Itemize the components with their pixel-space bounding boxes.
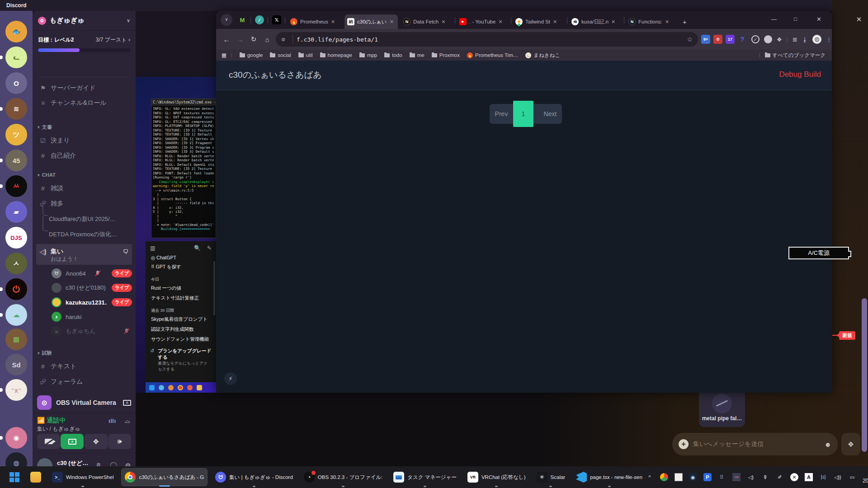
url-bar[interactable]: ⊜ f.c30.life/pages-beta/1 ☆ xyxy=(276,32,698,47)
user-info[interactable]: c30 (せど… 🐱 xyxy=(57,459,88,467)
category-chat[interactable]: ∨CHAT xyxy=(37,171,56,179)
conversation-item[interactable]: テキスト寸法計算修正 xyxy=(146,293,216,303)
start-button[interactable] xyxy=(6,468,23,486)
conversation-item[interactable]: サウンドフォント管理機能 xyxy=(146,334,216,344)
taskbar-chrome-active[interactable]: c30のふぁいるさあばあ - G xyxy=(121,468,208,486)
profile-avatar[interactable]: ◍ xyxy=(812,35,821,44)
thread-cloudflare[interactable]: Cloudflareの新UI 2025/… xyxy=(49,212,132,226)
server-header[interactable]: ✿ もぎゅぎゅ ∨ xyxy=(33,11,136,31)
taskbar-obs[interactable]: ◔ OBS 30.2.3 - プロファイル: xyxy=(301,468,386,486)
category-docs[interactable]: ∨文書 xyxy=(37,123,52,131)
upgrade-plan-item[interactable]: ↺ プランをアップグレードする 最適なモデルにもっとアクセスする xyxy=(146,344,216,376)
voice-member[interactable]: c30 (せど0180) ライブ xyxy=(52,281,132,295)
server-dropdown-chevron-icon[interactable]: ∨ xyxy=(127,18,130,23)
sticker-picker-button[interactable]: ❖ xyxy=(841,433,860,455)
bookmark-folder[interactable]: social xyxy=(270,52,291,58)
server-icon-dino[interactable]: ㅅ xyxy=(5,253,27,274)
tab-close-icon[interactable]: ✕ xyxy=(498,19,502,25)
server-icon-minecraft[interactable]: ▦ xyxy=(5,328,27,350)
server-icon-folder[interactable]: ▰ xyxy=(5,201,27,223)
tray-a-icon[interactable]: A xyxy=(805,473,813,481)
bookmark-star-icon[interactable]: ☆ xyxy=(687,36,693,43)
conversation-item[interactable]: Rust 一つの値 xyxy=(146,283,216,293)
taskbar-powershell[interactable]: >_ Windows PowerShel xyxy=(49,468,117,486)
extension-badge-17[interactable]: 17 xyxy=(726,35,735,44)
sidebar-item-channels-roles[interactable]: ≡チャンネル&ロール xyxy=(36,96,132,110)
server-icon-bao[interactable]: ᵔᴥᵔ xyxy=(5,379,27,401)
server-icon-djs[interactable]: DJS xyxy=(5,227,27,249)
extension-question-icon[interactable]: ? xyxy=(738,35,747,44)
voice-member[interactable]: kazukazu1231… ライブ xyxy=(52,296,132,309)
attach-plus-icon[interactable]: + xyxy=(679,439,689,449)
taskbar-discord[interactable]: ᗢ 集い | もぎゅぎゅ - Discord xyxy=(212,468,296,486)
taskbar-vrchat[interactable]: VR VRChat (応答なし) xyxy=(464,468,529,486)
reload-button[interactable]: ↻ xyxy=(247,35,260,43)
voice-member[interactable]: ᴓ もぎゅちん xyxy=(52,324,132,338)
discord-inner-close-icon[interactable]: ✕ xyxy=(854,15,863,24)
mic-icon[interactable]: 🎙 xyxy=(95,462,102,466)
voice-member[interactable]: ᗢ Anon64 ライブ xyxy=(52,267,132,280)
lightning-bolt-icon[interactable]: ⚡ xyxy=(224,372,237,385)
forward-button[interactable]: → xyxy=(233,36,247,43)
channel-text[interactable]: #テキスト xyxy=(36,360,132,373)
headphones-icon[interactable]: 🎧 xyxy=(109,462,118,466)
settings-gear-icon[interactable]: ⚙ xyxy=(125,462,131,466)
taskbar-explorer[interactable] xyxy=(27,468,44,486)
emoji-picker-icon[interactable]: ☻ xyxy=(824,441,831,448)
wifi-icon[interactable]: 〣 xyxy=(819,473,827,481)
browser-close-button[interactable]: ✕ xyxy=(816,16,821,23)
tab-prometheus[interactable]: 🔥 Prometheus✕ xyxy=(288,14,343,29)
tray-mic-icon[interactable]: 🎙 xyxy=(761,473,769,481)
tray-p-icon[interactable]: P xyxy=(703,473,712,481)
discord-chat-scrollbar[interactable] xyxy=(862,298,867,452)
tray-speaker-icon[interactable]: ◁) xyxy=(747,473,755,481)
bookmark-folder[interactable]: util xyxy=(298,52,313,58)
new-tab-button[interactable]: + xyxy=(680,14,691,29)
chatgpt-scrollbar[interactable] xyxy=(213,261,215,315)
bookmark-folder[interactable]: google xyxy=(240,52,263,58)
soundbar-icon[interactable]: ıllı xyxy=(108,418,116,424)
taskbar-scalar[interactable]: ✳ Scalar xyxy=(533,468,569,486)
server-icon-rabbit[interactable]: ᆻ xyxy=(5,175,27,197)
profile-face-icon[interactable] xyxy=(764,35,772,43)
channel-intro[interactable]: #自己紹介 xyxy=(36,149,132,163)
browser-maximize-button[interactable]: □ xyxy=(794,16,797,22)
extension-badge-9plus[interactable]: 9+ xyxy=(701,35,710,44)
server-icon-cloud[interactable]: ☁ xyxy=(5,304,27,326)
browser-minimize-button[interactable]: — xyxy=(771,16,777,23)
bookmark-prometheus[interactable]: 🔥Prometheus Tim… xyxy=(467,52,518,58)
bookmark-folder[interactable]: me xyxy=(410,52,425,58)
tray-expand-chevron-icon[interactable]: ^ xyxy=(646,473,654,481)
new-chat-icon[interactable]: ✎ xyxy=(207,245,212,251)
clock-check-icon[interactable]: ✓ xyxy=(751,35,760,43)
tab-github-kusa[interactable]: ᐛ kusa/日記.n✕ xyxy=(569,14,622,29)
taskbar-taskmgr[interactable]: タスク マネージャー xyxy=(390,468,460,486)
tab-close-icon[interactable]: ✕ xyxy=(611,19,615,25)
tab-functions[interactable]: N Functions:✕ xyxy=(626,14,676,29)
site-settings-icon[interactable]: ⊜ xyxy=(281,35,293,44)
tab-close-icon[interactable]: ✕ xyxy=(390,19,394,25)
tray-pen-icon[interactable]: ✐ xyxy=(776,473,784,481)
tab-close-icon[interactable]: ✕ xyxy=(553,19,557,25)
sidebar-item-server-guide[interactable]: ⚑サーバーガイド xyxy=(36,81,132,95)
activities-button[interactable]: ❖ xyxy=(85,434,108,449)
screenshare-stop-icon[interactable]: ✕ xyxy=(123,400,131,406)
server-icon-swirl[interactable]: ◉ xyxy=(5,427,27,449)
tray-chrome-icon[interactable] xyxy=(660,473,668,481)
reading-list-icon[interactable]: ≣ xyxy=(793,36,797,43)
tray-voicemeeter-icon[interactable]: VM xyxy=(732,473,741,481)
camera-button[interactable] xyxy=(37,434,60,449)
bookmark-folder[interactable]: homepage xyxy=(320,52,352,58)
server-icon-fishcan[interactable]: 🐟 xyxy=(5,21,27,42)
pinned-tab-teal[interactable]: ∕ xyxy=(255,15,264,24)
hangup-icon[interactable]: ⌓ xyxy=(125,417,130,425)
server-icon-power[interactable]: ⏻ xyxy=(5,278,27,300)
channel-zatsudan[interactable]: #雑談 xyxy=(36,182,132,195)
search-icon[interactable]: 🔍 xyxy=(194,245,201,251)
server-icon-burger[interactable]: ≋ xyxy=(5,98,27,120)
bookmark-folder[interactable]: Proxmox xyxy=(432,52,460,58)
back-button[interactable]: ← xyxy=(220,36,233,43)
extension-icon-red[interactable]: ⚙ xyxy=(713,35,722,44)
tab-search-button[interactable]: ∨ xyxy=(221,14,232,26)
taskbar-vscode[interactable]: page.tsx - new-file-sen xyxy=(573,468,646,486)
